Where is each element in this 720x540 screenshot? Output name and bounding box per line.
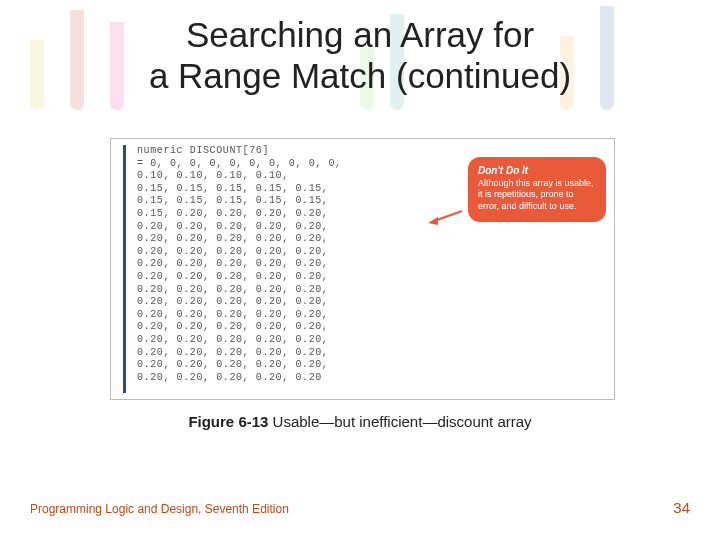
code-block: numeric DISCOUNT[76] = 0, 0, 0, 0, 0, 0,… [137,145,342,384]
code-line: 0.20, 0.20, 0.20, 0.20, 0.20, [137,296,342,309]
figure-label: Figure 6-13 [188,413,268,430]
code-line: 0.20, 0.20, 0.20, 0.20, 0.20 [137,372,342,385]
code-lines: = 0, 0, 0, 0, 0, 0, 0, 0, 0, 0, 0.10, 0.… [137,158,342,385]
footer-book-title: Programming Logic and Design, Seventh Ed… [30,502,289,516]
bg-bar [30,40,44,110]
callout-arrow-icon [428,207,464,225]
slide-title: Searching an Array fora Range Match (con… [80,14,640,97]
figure-caption-text: Usable—but inefficient—discount array [268,413,531,430]
code-line: 0.20, 0.20, 0.20, 0.20, 0.20, [137,359,342,372]
code-line: = 0, 0, 0, 0, 0, 0, 0, 0, 0, 0, [137,158,342,171]
code-left-rule [123,145,126,393]
code-line: 0.15, 0.20, 0.20, 0.20, 0.20, [137,208,342,221]
figure-caption: Figure 6-13 Usable—but inefficient—disco… [0,413,720,430]
code-line: 0.20, 0.20, 0.20, 0.20, 0.20, [137,271,342,284]
callout-body: Although this array is usable, it is rep… [478,178,596,212]
code-line: 0.20, 0.20, 0.20, 0.20, 0.20, [137,284,342,297]
code-line: 0.20, 0.20, 0.20, 0.20, 0.20, [137,258,342,271]
code-line: 0.15, 0.15, 0.15, 0.15, 0.15, [137,183,342,196]
figure-box: numeric DISCOUNT[76] = 0, 0, 0, 0, 0, 0,… [110,138,615,400]
code-line: 0.20, 0.20, 0.20, 0.20, 0.20, [137,221,342,234]
code-line: 0.20, 0.20, 0.20, 0.20, 0.20, [137,309,342,322]
code-line: 0.20, 0.20, 0.20, 0.20, 0.20, [137,246,342,259]
code-line: 0.20, 0.20, 0.20, 0.20, 0.20, [137,334,342,347]
code-line: 0.15, 0.15, 0.15, 0.15, 0.15, [137,195,342,208]
svg-marker-1 [428,217,438,225]
code-line: 0.20, 0.20, 0.20, 0.20, 0.20, [137,321,342,334]
svg-line-0 [434,211,462,221]
code-line: 0.20, 0.20, 0.20, 0.20, 0.20, [137,347,342,360]
code-line: 0.20, 0.20, 0.20, 0.20, 0.20, [137,233,342,246]
callout-title: Don't Do It [478,165,596,176]
code-line: 0.10, 0.10, 0.10, 0.10, [137,170,342,183]
code-declaration: numeric DISCOUNT[76] [137,145,342,158]
footer-page-number: 34 [673,499,690,516]
dont-do-it-callout: Don't Do It Although this array is usabl… [468,157,606,222]
